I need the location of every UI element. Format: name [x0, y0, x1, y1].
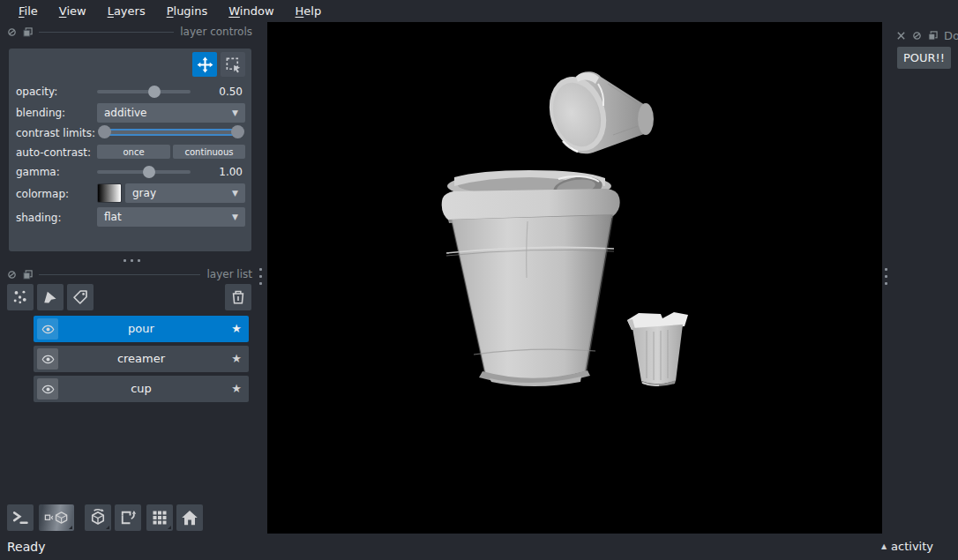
opacity-label: opacity: — [16, 86, 57, 98]
gamma-slider[interactable] — [97, 165, 191, 179]
chevron-down-icon: ▼ — [232, 108, 238, 117]
auto-contrast-continuous-button[interactable]: continuous — [173, 145, 245, 159]
pan-zoom-mode-button[interactable] — [192, 52, 217, 77]
layer-list-title: layer list — [206, 268, 252, 280]
hide-icon[interactable] — [7, 270, 17, 280]
colormap-label: colormap: — [16, 188, 69, 200]
panel-splitter-handle[interactable] — [123, 259, 140, 262]
float-icon[interactable] — [23, 270, 33, 280]
layer-list-titlebar: layer list — [7, 268, 252, 280]
menu-plugins[interactable]: Plugins — [157, 2, 218, 20]
right-dock-title: Do — [944, 29, 958, 42]
mesh-cup-large — [442, 170, 620, 386]
mesh-pour-creamer — [541, 70, 654, 158]
activity-label: activity — [891, 540, 933, 553]
status-bar: Ready ▲ activity — [0, 534, 958, 560]
close-icon[interactable] — [896, 31, 906, 41]
transform-mode-button[interactable] — [221, 52, 245, 77]
auto-contrast-label: auto-contrast: — [16, 146, 91, 159]
new-labels-icon — [72, 289, 88, 305]
transform-icon — [225, 56, 242, 73]
right-dock-titlebar: Do — [896, 29, 958, 42]
roll-dimensions-icon — [89, 509, 107, 526]
right-dock-widget: Do POUR!! — [882, 22, 958, 534]
menu-bar: File View Layers Plugins Window Help — [0, 0, 958, 22]
new-shapes-icon — [42, 289, 58, 305]
mesh-cup-small — [627, 312, 688, 386]
layer-row-cup[interactable]: cup ★ — [34, 376, 249, 402]
star-icon[interactable]: ★ — [231, 316, 242, 342]
shading-value: flat — [104, 211, 122, 223]
chevron-down-icon: ▼ — [232, 213, 238, 221]
new-shapes-layer-button[interactable] — [37, 284, 64, 310]
layer-row-creamer[interactable]: creamer ★ — [34, 346, 249, 372]
float-icon[interactable] — [928, 31, 938, 41]
blending-dropdown[interactable]: additive ▼ — [97, 103, 245, 123]
layer-controls-panel: opacity: 0.50 blending: additive ▼ contr… — [9, 49, 251, 251]
delete-icon — [230, 289, 246, 305]
chevron-down-icon: ▼ — [232, 189, 238, 198]
rendered-3d-meshes — [267, 22, 882, 534]
auto-contrast-once-button[interactable]: once — [97, 145, 170, 159]
layer-name: creamer — [34, 346, 249, 372]
home-icon — [181, 509, 198, 526]
menu-view[interactable]: View — [49, 2, 96, 20]
activity-toggle-button[interactable]: ▲ activity — [881, 540, 933, 553]
float-icon[interactable] — [23, 27, 33, 37]
layer-name: pour — [34, 316, 249, 342]
layer-controls-title: layer controls — [180, 26, 252, 38]
console-icon — [11, 509, 29, 526]
menu-window[interactable]: Window — [219, 2, 283, 20]
viewer-canvas[interactable] — [267, 22, 882, 534]
blending-value: additive — [104, 107, 146, 119]
chevron-up-icon: ▲ — [881, 542, 887, 550]
delete-layer-button[interactable] — [225, 284, 251, 310]
layer-controls-titlebar: layer controls — [7, 26, 252, 38]
transpose-dimensions-icon — [119, 509, 137, 526]
colormap-thumbnail — [97, 183, 122, 203]
ndisplay-toggle-icon — [44, 509, 69, 526]
menu-help[interactable]: Help — [286, 2, 332, 20]
new-points-layer-button[interactable] — [7, 284, 34, 310]
menu-file[interactable]: File — [9, 2, 48, 20]
pour-button[interactable]: POUR!! — [897, 47, 951, 69]
status-message: Ready — [7, 540, 45, 554]
star-icon[interactable]: ★ — [231, 346, 242, 372]
titlebar-divider — [39, 274, 200, 275]
layer-name: cup — [34, 376, 249, 402]
roll-dimensions-button[interactable] — [85, 504, 111, 531]
new-labels-layer-button[interactable] — [67, 284, 94, 310]
grid-view-icon — [151, 509, 168, 526]
grid-view-button[interactable] — [146, 504, 173, 531]
console-button[interactable] — [7, 504, 34, 531]
titlebar-divider — [39, 32, 174, 33]
hide-icon[interactable] — [912, 31, 922, 41]
new-points-icon — [12, 289, 28, 305]
left-dock-splitter-handle[interactable] — [259, 268, 262, 285]
contrast-limits-label: contrast limits: — [16, 127, 95, 139]
hide-icon[interactable] — [7, 27, 17, 37]
right-dock-splitter-handle[interactable] — [885, 268, 887, 285]
contrast-limits-slider[interactable] — [97, 124, 245, 140]
colormap-dropdown[interactable]: gray ▼ — [125, 183, 245, 203]
blending-label: blending: — [16, 107, 65, 119]
shading-label: shading: — [16, 212, 61, 224]
menu-layers[interactable]: Layers — [98, 2, 155, 20]
home-button[interactable] — [176, 504, 203, 531]
shading-dropdown[interactable]: flat ▼ — [97, 207, 245, 227]
layer-row-pour[interactable]: pour ★ — [34, 316, 249, 342]
transpose-dimensions-button[interactable] — [115, 504, 141, 531]
gamma-label: gamma: — [16, 166, 60, 178]
opacity-slider[interactable] — [97, 85, 191, 99]
napari-window: File View Layers Plugins Window Help lay… — [0, 0, 958, 560]
pan-arrows-icon — [197, 56, 213, 73]
gamma-value: 1.00 — [207, 166, 243, 178]
ndisplay-toggle-button[interactable] — [39, 504, 74, 531]
opacity-value: 0.50 — [207, 86, 243, 98]
star-icon[interactable]: ★ — [231, 376, 242, 402]
colormap-value: gray — [132, 187, 156, 199]
